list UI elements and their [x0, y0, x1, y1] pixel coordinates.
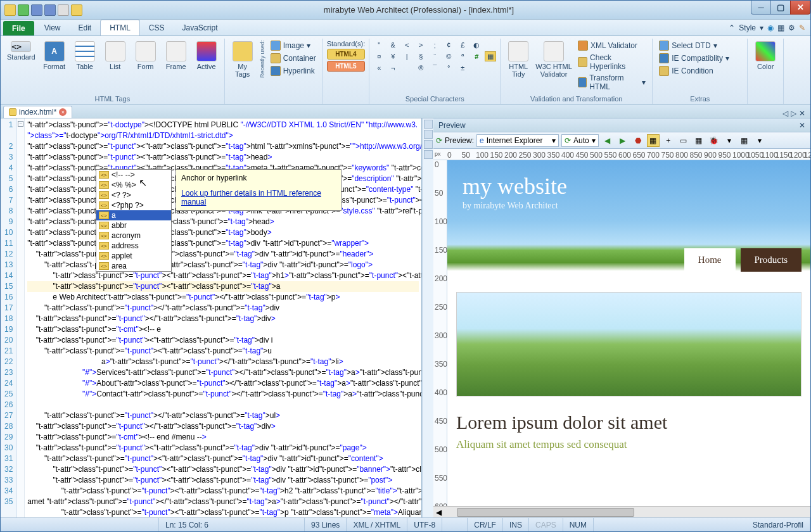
tools-icon[interactable]: ✎: [799, 23, 805, 32]
char-btn[interactable]: ▦: [485, 51, 496, 61]
ruler-toggle[interactable]: ▦: [647, 134, 660, 147]
autocomplete-item[interactable]: <>applet: [96, 251, 171, 261]
char-btn[interactable]: <: [401, 40, 412, 50]
htmltidy-button[interactable]: HTML Tidy: [504, 40, 532, 79]
ribbon-frame-button[interactable]: Frame: [162, 40, 190, 72]
help-icon[interactable]: ◉: [767, 23, 774, 32]
autocomplete-item[interactable]: <>acronym: [96, 231, 171, 241]
ribbon-active-button[interactable]: Active: [193, 40, 220, 72]
tab-close-all[interactable]: ✕: [799, 109, 805, 118]
nav-home[interactable]: Home: [684, 248, 736, 272]
color-button[interactable]: Color: [751, 40, 779, 72]
char-btn[interactable]: ®: [415, 63, 426, 73]
qat-btn-6[interactable]: [71, 4, 82, 16]
qat-btn-4[interactable]: [44, 4, 56, 16]
ribbon-mytags-button[interactable]: My Tags: [229, 40, 257, 79]
browser-select[interactable]: e Internet Explorer ▾: [476, 134, 559, 147]
nav-products[interactable]: Products: [741, 248, 802, 272]
ribbon-list-button[interactable]: List: [101, 40, 129, 72]
preview-close-icon[interactable]: ✕: [799, 121, 805, 130]
ie-compat[interactable]: IE Compatiblity▾: [656, 53, 732, 64]
nav-back-icon[interactable]: ◀: [601, 134, 614, 147]
autocomplete-item[interactable]: <><!-- -->: [96, 170, 171, 180]
autocomplete-item[interactable]: <><? ?>: [96, 190, 171, 200]
tool-c[interactable]: ▾: [723, 134, 736, 147]
maximize-button[interactable]: ▢: [770, 1, 791, 15]
html4-button[interactable]: HTML4: [327, 49, 366, 60]
char-btn[interactable]: ­: [401, 63, 412, 73]
ribbon-form-button[interactable]: Form: [132, 40, 160, 72]
char-btn[interactable]: ¯: [429, 63, 440, 73]
recent-container[interactable]: Container: [268, 53, 319, 64]
preview-hscroll[interactable]: ◀: [433, 506, 810, 517]
menu-css[interactable]: CSS: [140, 20, 174, 35]
char-btn[interactable]: ¬: [387, 63, 399, 73]
char-btn[interactable]: ": [373, 40, 385, 50]
chevron-down-icon[interactable]: ▾: [760, 23, 763, 32]
ribbon-format-button[interactable]: AFormat: [41, 40, 68, 72]
style-menu[interactable]: Style: [739, 23, 756, 32]
options-2-icon[interactable]: ⚙: [788, 23, 795, 32]
autocomplete-item[interactable]: <>address: [96, 241, 171, 251]
ie-condition[interactable]: IE Condition: [656, 65, 732, 77]
stop-icon[interactable]: ⬣: [632, 134, 644, 147]
recent-image[interactable]: Image▾: [268, 40, 319, 51]
tab-nav-right[interactable]: ▷: [791, 109, 796, 118]
close-button[interactable]: ✕: [790, 1, 810, 15]
minimize-button[interactable]: ─: [751, 1, 771, 15]
autocomplete-item[interactable]: <>abbr: [96, 220, 171, 231]
close-tab-icon[interactable]: ×: [59, 108, 67, 116]
crosshair-icon[interactable]: +: [662, 134, 675, 147]
side-tool-1[interactable]: [424, 120, 433, 129]
qat-btn-3[interactable]: [31, 4, 42, 16]
tooltip-reference-link[interactable]: Look up further details in HTML referenc…: [181, 189, 336, 206]
qat-btn-2[interactable]: [18, 4, 29, 16]
char-btn[interactable]: ;: [429, 40, 440, 50]
char-btn[interactable]: ª: [457, 51, 468, 61]
check-hyperlinks[interactable]: Check Hyperlinks: [575, 53, 648, 72]
side-tool-2[interactable]: [424, 130, 433, 139]
char-btn[interactable]: |: [401, 51, 412, 61]
scroll-thumb[interactable]: [457, 508, 634, 517]
char-btn[interactable]: ±: [457, 63, 468, 73]
refresh-icon[interactable]: ⟳: [436, 136, 442, 145]
char-btn[interactable]: £: [457, 40, 468, 50]
tab-nav-left[interactable]: ◁: [782, 109, 788, 118]
autocomplete-item[interactable]: <>a: [96, 210, 171, 220]
char-btn-hash[interactable]: #: [471, 51, 482, 61]
ribbon-table-button[interactable]: Table: [71, 40, 99, 72]
minimize-ribbon-icon[interactable]: ⌃: [729, 23, 735, 32]
char-btn[interactable]: ¢: [443, 40, 454, 50]
file-tab[interactable]: index.html* ×: [3, 106, 72, 118]
nav-fwd-icon[interactable]: ▶: [616, 134, 629, 147]
autocomplete-item[interactable]: <>area: [96, 261, 171, 271]
auto-toggle[interactable]: ⟳Auto▾: [561, 134, 599, 147]
ribbon-standard-button[interactable]: <>Standard: [4, 40, 38, 62]
menu-html[interactable]: HTML: [100, 20, 140, 35]
recent-hyperlink[interactable]: Hyperlink: [268, 65, 319, 77]
transform-html[interactable]: Transform HTML▾: [575, 73, 648, 92]
tool-a[interactable]: ▭: [677, 134, 690, 147]
fold-marker[interactable]: −: [18, 121, 23, 127]
tool-b[interactable]: ▦: [693, 134, 705, 147]
autocomplete-item[interactable]: <><?php ?>: [96, 200, 171, 210]
html5-button[interactable]: HTML5: [327, 61, 366, 72]
char-btn[interactable]: §: [415, 51, 426, 61]
qat-btn-5[interactable]: [58, 4, 69, 16]
char-btn[interactable]: ¨: [429, 51, 440, 61]
qat-btn-1[interactable]: [4, 4, 16, 16]
xml-validator[interactable]: XML Validator: [575, 40, 648, 51]
char-btn[interactable]: «: [373, 63, 385, 73]
w3c-validator-button[interactable]: W3C HTML Validator: [535, 40, 573, 79]
autocomplete-item[interactable]: <><% %>: [96, 180, 171, 190]
char-btn[interactable]: ¤: [373, 51, 385, 61]
menu-view[interactable]: View: [35, 20, 70, 35]
options-1-icon[interactable]: ▦: [777, 23, 784, 32]
side-tool-3[interactable]: [424, 140, 433, 149]
side-tool-4[interactable]: [424, 150, 433, 159]
menu-javascript[interactable]: JavaScript: [174, 20, 227, 35]
menu-file[interactable]: File: [3, 21, 34, 35]
tool-e[interactable]: ▾: [753, 134, 766, 147]
char-btn[interactable]: ©: [443, 51, 454, 61]
code-view[interactable]: 1234567891011121314151617181920212223242…: [1, 118, 421, 517]
